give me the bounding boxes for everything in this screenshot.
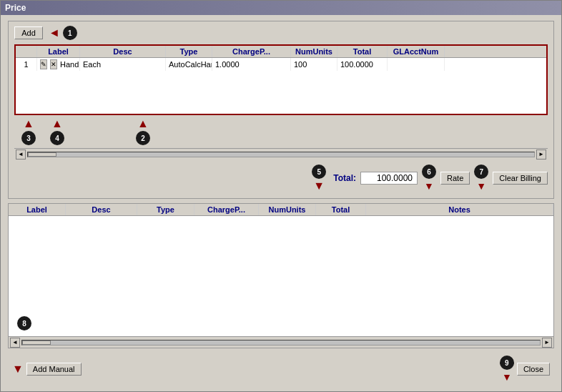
window-title: Price (5, 3, 26, 13)
total-row: 5 ▼ Total: 100.0000 6 ▼ Rate 7 ▼ Clear B… (14, 162, 548, 194)
ann-3-group: ▲ 3 (21, 118, 36, 145)
cell-icons-label: ✎ ✕ Handling (37, 58, 80, 71)
arrow-to-add: ◄ (49, 26, 60, 39)
top-grid-wrapper: Label Desc Type ChargeP... NumUnits Tota… (14, 44, 548, 145)
scroll-right-top[interactable]: ► (536, 150, 546, 160)
top-section: Add ◄ 1 Label Desc Type ChargeP... (8, 21, 554, 199)
cell-type: AutoCalcHandl... (166, 58, 212, 71)
grid-header: Label Desc Type ChargeP... NumUnits Tota… (16, 46, 546, 58)
ann-2-group: ▲ 2 (136, 118, 150, 145)
cell-num: 1 (16, 58, 37, 71)
cell-total: 100.0000 (337, 58, 388, 71)
col-header-label: Label (37, 46, 80, 57)
ann-7-wrapper: 7 ▼ (474, 165, 488, 192)
total-value: 100.0000 (360, 172, 418, 185)
col-header-numunits: NumUnits (291, 46, 337, 57)
ann-4-group: ▲ 4 (50, 118, 64, 145)
bot-col-desc: Desc (66, 204, 137, 215)
annotation-9: 9 (500, 356, 514, 370)
table-row[interactable]: 1 ✎ ✕ Handling Each AutoCalcHandl... 1.0… (16, 58, 546, 71)
add-button[interactable]: Add (14, 26, 43, 39)
annotation-6: 6 (422, 165, 436, 179)
arrow-down-6: ▼ (424, 180, 434, 192)
col-header-glacctnum: GLAcctNum (388, 46, 445, 57)
annotation-1: 1 (63, 26, 77, 40)
cell-chargep: 1.0000 (212, 58, 291, 71)
arrow-down-9: ▼ (502, 371, 512, 383)
bot-col-numunits: NumUnits (259, 204, 316, 215)
annotation-2: 2 (136, 131, 150, 145)
clear-billing-button[interactable]: Clear Billing (493, 172, 548, 185)
close-button[interactable]: Close (517, 363, 550, 376)
col-header-type: Type (166, 46, 212, 57)
edit-icon[interactable]: ✎ (40, 59, 47, 69)
bottom-section: Label Desc Type ChargeP... NumUnits Tota… (8, 203, 554, 348)
arrow-down-7: ▼ (476, 180, 486, 192)
cell-label-text: Handling (60, 60, 80, 69)
annotation-3: 3 (21, 131, 36, 145)
scroll-track-bottom[interactable] (21, 340, 541, 346)
col-header-total: Total (337, 46, 388, 57)
cell-numunits: 100 (291, 58, 337, 71)
main-window: Price Add ◄ 1 Label De (0, 0, 562, 392)
bot-col-notes: Notes (366, 204, 553, 215)
cell-desc: Each (80, 58, 166, 71)
bot-col-chargep: ChargeP... (194, 204, 259, 215)
title-bar: Price (1, 1, 561, 15)
ann-8-wrapper: 8 (17, 316, 31, 330)
total-label: Total: (333, 173, 356, 183)
bot-col-label: Label (9, 204, 66, 215)
annotation-8: 8 (17, 316, 31, 330)
annotation-7: 7 (474, 165, 488, 179)
empty-grid-area (16, 71, 546, 114)
delete-icon[interactable]: ✕ (50, 59, 57, 69)
annotation-5: 5 (312, 165, 326, 179)
top-grid: Label Desc Type ChargeP... NumUnits Tota… (14, 44, 548, 115)
arrow-down-5: ▼ (313, 180, 325, 192)
scroll-track-top[interactable] (27, 152, 535, 157)
arrow-up-4: ▲ (51, 118, 63, 129)
annotation-4: 4 (50, 131, 64, 145)
top-scrollbar: ◄ ► (14, 148, 548, 160)
arrow-up-3: ▲ (23, 118, 34, 129)
scroll-right-bottom[interactable]: ► (542, 338, 552, 348)
col-header-desc: Desc (80, 46, 166, 57)
bottom-grid-body: 8 (9, 216, 553, 336)
scroll-left-top[interactable]: ◄ (16, 150, 26, 160)
scroll-thumb-bottom[interactable] (22, 340, 51, 345)
bot-col-total: Total (316, 204, 366, 215)
close-group: 9 ▼ Close (500, 356, 550, 383)
scroll-thumb-top[interactable] (28, 152, 56, 157)
footer-row: ▼ Add Manual 9 ▼ Close (8, 353, 554, 386)
row-number: 1 (24, 60, 28, 69)
bottom-grid-header: Label Desc Type ChargeP... NumUnits Tota… (9, 204, 553, 216)
cell-glacctnum (388, 58, 445, 71)
rate-button[interactable]: Rate (440, 172, 470, 185)
arrow-up-2: ▲ (137, 118, 149, 129)
add-manual-button[interactable]: Add Manual (26, 363, 82, 376)
col-header-chargep: ChargeP... (212, 46, 291, 57)
add-manual-group: ▼ Add Manual (12, 363, 82, 376)
annotation-row-bottom: ▲ 3 ▲ 4 ▲ 2 (14, 118, 548, 145)
ann-9-wrapper: 9 ▼ (500, 356, 514, 383)
ann-5-wrapper: 5 ▼ (312, 165, 326, 192)
ann-6-wrapper: 6 ▼ (422, 165, 436, 192)
col-header-num (16, 46, 37, 57)
bot-col-type: Type (137, 204, 194, 215)
content-area: Add ◄ 1 Label Desc Type ChargeP... (1, 15, 561, 391)
scroll-left-bottom[interactable]: ◄ (10, 338, 20, 348)
arrow-down-8: ▼ (12, 363, 24, 376)
bottom-scrollbar: ◄ ► (9, 336, 553, 348)
